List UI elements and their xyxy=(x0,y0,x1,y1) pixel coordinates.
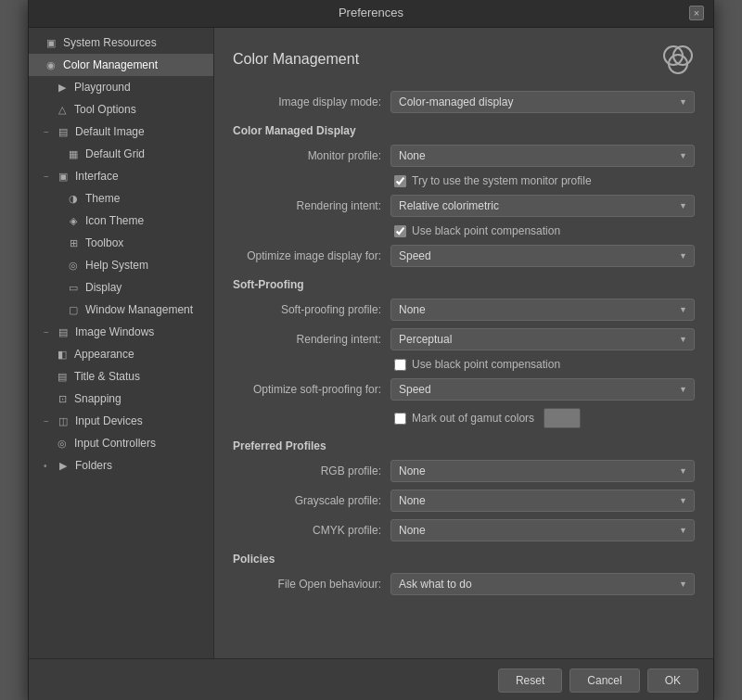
sidebar-item-label: Display xyxy=(85,281,122,294)
cancel-button[interactable]: Cancel xyxy=(569,668,639,693)
sidebar-item-icon-theme[interactable]: ◈ Icon Theme xyxy=(29,210,213,232)
monitor-profile-label: Monitor profile: xyxy=(233,149,390,162)
optimize-display-select[interactable]: Speed xyxy=(390,245,695,267)
grayscale-profile-label: Grayscale profile: xyxy=(233,494,390,507)
optimize-display-label: Optimize image display for: xyxy=(233,249,390,262)
image-display-mode-select[interactable]: Color-managed display xyxy=(390,91,695,113)
appearance-icon: ◧ xyxy=(55,347,70,362)
sp-black-point-label[interactable]: Use black point compensation xyxy=(394,358,560,371)
optimize-sp-select[interactable]: Speed xyxy=(390,378,695,401)
image-display-mode-select-wrapper: Color-managed display xyxy=(390,91,695,113)
rendering-intent-select[interactable]: Relative colorimetric xyxy=(390,195,695,217)
image-display-mode-row: Image display mode: Color-managed displa… xyxy=(233,91,695,113)
sidebar-item-label: Interface xyxy=(75,170,119,183)
sidebar-item-snapping[interactable]: ⊡ Snapping xyxy=(29,388,213,410)
sp-rendering-intent-select[interactable]: Perceptual xyxy=(390,328,695,350)
help-icon: ◎ xyxy=(66,258,81,273)
sidebar-item-default-image[interactable]: − ▤ Default Image xyxy=(29,121,213,143)
black-point-row: Use black point compensation xyxy=(233,224,695,237)
dialog-body: ▣ System Resources ◉ Color Management ▶ … xyxy=(29,28,713,658)
grayscale-profile-row: Grayscale profile: None xyxy=(233,490,695,512)
black-point-label[interactable]: Use black point compensation xyxy=(394,224,560,237)
sp-black-point-checkbox[interactable] xyxy=(394,359,406,371)
grid-icon: ▦ xyxy=(66,146,81,161)
optimize-display-select-wrapper: Speed xyxy=(390,245,695,267)
content-header: Color Management xyxy=(233,43,695,76)
optimize-display-row: Optimize image display for: Speed xyxy=(233,245,695,267)
soft-proofing-profile-select[interactable]: None xyxy=(390,299,695,321)
sidebar-item-color-management[interactable]: ◉ Color Management xyxy=(29,54,213,76)
sp-rendering-intent-select-wrapper: Perceptual xyxy=(390,328,695,350)
sidebar-item-label: Toolbox xyxy=(85,236,123,249)
ok-button[interactable]: OK xyxy=(647,668,698,693)
sidebar-item-help-system[interactable]: ◎ Help System xyxy=(29,254,213,276)
sidebar-item-default-grid[interactable]: ▦ Default Grid xyxy=(29,143,213,165)
sidebar-item-input-controllers[interactable]: ◎ Input Controllers xyxy=(29,432,213,454)
tools-icon: △ xyxy=(55,102,70,117)
sidebar-item-label: Theme xyxy=(85,192,120,205)
title-icon: ▤ xyxy=(55,369,70,384)
cmyk-profile-select[interactable]: None xyxy=(390,519,695,541)
soft-proofing-profile-label: Soft-proofing profile: xyxy=(233,303,390,316)
sidebar-item-label: Color Management xyxy=(63,58,158,71)
gamut-color-swatch[interactable] xyxy=(544,408,581,428)
sidebar-item-label: Input Devices xyxy=(75,414,143,427)
reset-button[interactable]: Reset xyxy=(498,668,562,693)
sidebar-item-toolbox[interactable]: ⊞ Toolbox xyxy=(29,232,213,254)
color-icon: ◉ xyxy=(44,57,58,72)
icon-theme-icon: ◈ xyxy=(66,213,81,228)
sidebar-item-theme[interactable]: ◑ Theme xyxy=(29,187,213,210)
monitor-profile-select[interactable]: None xyxy=(390,145,695,167)
sidebar-item-label: Playground xyxy=(74,81,131,94)
grayscale-profile-select-wrapper: None xyxy=(390,490,695,512)
interface-icon: ▣ xyxy=(56,169,70,184)
color-management-icon xyxy=(661,43,695,76)
sidebar-item-label: Default Image xyxy=(75,125,145,138)
sidebar-item-label: Tool Options xyxy=(74,103,136,116)
sidebar-item-appearance[interactable]: ◧ Appearance xyxy=(29,343,213,365)
folder-icon: ▶ xyxy=(56,458,70,473)
optimize-sp-row: Optimize soft-proofing for: Speed xyxy=(233,378,695,401)
sidebar-item-playground[interactable]: ▶ Playground xyxy=(29,76,213,98)
sidebar-item-window-management[interactable]: ▢ Window Management xyxy=(29,299,213,321)
gamut-checkbox[interactable] xyxy=(394,413,406,425)
window-icon: ▢ xyxy=(66,302,81,317)
input-icon: ◫ xyxy=(56,414,70,428)
black-point-checkbox[interactable] xyxy=(394,225,406,237)
sidebar-item-image-windows[interactable]: − ▤ Image Windows xyxy=(29,321,213,343)
system-monitor-checkbox[interactable] xyxy=(394,175,406,187)
sidebar-item-input-devices[interactable]: − ◫ Input Devices xyxy=(29,410,213,432)
sidebar-item-label: Folders xyxy=(75,459,112,472)
sidebar-item-interface[interactable]: − ▣ Interface xyxy=(29,165,213,187)
cmyk-profile-row: CMYK profile: None xyxy=(233,519,695,541)
theme-icon: ◑ xyxy=(66,191,81,206)
sidebar-item-label: Appearance xyxy=(74,348,134,361)
sidebar-item-label: Window Management xyxy=(85,303,193,316)
cmyk-profile-select-wrapper: None xyxy=(390,519,695,541)
file-open-select[interactable]: Ask what to do xyxy=(390,573,695,595)
optimize-sp-select-wrapper: Speed xyxy=(390,378,695,401)
sidebar-item-display[interactable]: ▭ Display xyxy=(29,276,213,299)
system-monitor-label[interactable]: Try to use the system monitor profile xyxy=(394,174,592,187)
sidebar-item-tool-options[interactable]: △ Tool Options xyxy=(29,98,213,121)
grayscale-profile-select[interactable]: None xyxy=(390,490,695,512)
sp-black-point-row: Use black point compensation xyxy=(233,358,695,371)
rendering-intent-select-wrapper: Relative colorimetric xyxy=(390,195,695,217)
sp-rendering-intent-row: Rendering intent: Perceptual xyxy=(233,328,695,350)
policies-header: Policies xyxy=(233,553,695,566)
system-monitor-row: Try to use the system monitor profile xyxy=(233,174,695,187)
collapse-icon: − xyxy=(44,327,53,337)
soft-proofing-header: Soft-Proofing xyxy=(233,278,695,291)
content-panel: Color Management Image display mode: Col… xyxy=(214,28,713,658)
dialog-footer: Reset Cancel OK xyxy=(29,658,713,700)
gamut-row: Mark out of gamut colors xyxy=(233,408,695,428)
file-open-select-wrapper: Ask what to do xyxy=(390,573,695,595)
sidebar-item-folders[interactable]: • ▶ Folders xyxy=(29,454,213,477)
sidebar-item-label: Help System xyxy=(85,259,148,272)
gamut-label[interactable]: Mark out of gamut colors xyxy=(394,412,534,425)
sidebar-item-system-resources[interactable]: ▣ System Resources xyxy=(29,32,213,54)
monitor-icon: ▣ xyxy=(44,35,58,50)
sidebar-item-title-status[interactable]: ▤ Title & Status xyxy=(29,365,213,388)
rgb-profile-select[interactable]: None xyxy=(390,460,695,482)
close-button[interactable]: × xyxy=(689,6,704,20)
